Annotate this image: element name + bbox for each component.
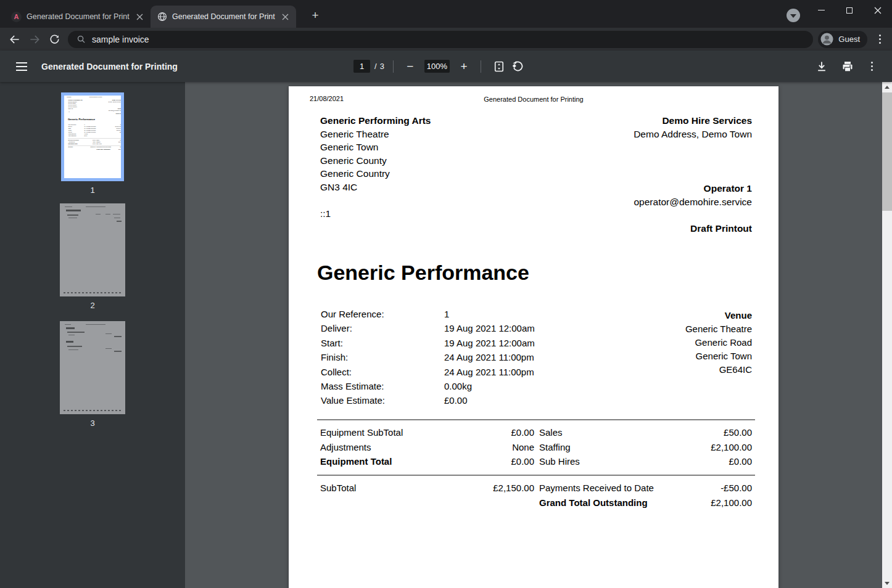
tab-1[interactable]: A Generated Document for Printing xyxy=(5,6,151,28)
detail-row: Start:19 Aug 2021 12:00am xyxy=(321,338,535,352)
draft-status: Draft Printout xyxy=(690,222,752,235)
globe-icon xyxy=(157,12,167,22)
media-controls-button[interactable] xyxy=(787,9,800,22)
client-address-line: Generic Theatre xyxy=(320,128,431,141)
back-arrow-icon xyxy=(9,33,21,46)
scroll-up-button[interactable] xyxy=(882,82,892,92)
barcode xyxy=(67,181,124,181)
sidebar-toggle-button[interactable] xyxy=(9,54,34,79)
detail-row: Our Reference:1 xyxy=(321,309,535,323)
tab-close-button[interactable] xyxy=(280,12,290,22)
zoom-out-button[interactable]: − xyxy=(402,59,418,75)
forward-arrow-icon xyxy=(28,33,41,46)
page-separator: / xyxy=(374,62,377,71)
fit-page-icon xyxy=(493,60,505,73)
tab-title: Generated Document for Printing xyxy=(172,12,275,21)
operator-block: Operator 1 operator@demohire.service xyxy=(634,182,753,208)
client-block: Generic Performing Arts Generic Theatre … xyxy=(320,114,431,194)
fit-to-page-button[interactable] xyxy=(490,57,508,76)
divider xyxy=(393,60,394,73)
detail-row: Collect:24 Aug 2021 11:00pm xyxy=(321,367,535,381)
rotate-button[interactable] xyxy=(508,57,527,76)
page-count: 3 xyxy=(380,62,384,71)
venue-line: Generic Town xyxy=(685,349,752,363)
vertical-scrollbar[interactable] xyxy=(882,82,892,588)
window-minimize-button[interactable] xyxy=(807,0,835,20)
triangle-up-icon xyxy=(885,86,890,89)
address-text[interactable]: sample invoice xyxy=(92,35,149,44)
client-ip: ::1 xyxy=(320,208,331,219)
tab-strip: A Generated Document for Printing Genera… xyxy=(0,0,892,28)
print-button[interactable] xyxy=(838,57,857,76)
supplier-address: Demo Address, Demo Town xyxy=(634,128,752,141)
venue-block: Venue Generic Theatre Generic Road Gener… xyxy=(115,124,124,133)
search-icon xyxy=(76,35,86,44)
zoom-level[interactable]: 100% xyxy=(424,60,450,73)
thumbnail-label: 3 xyxy=(90,419,94,428)
totals-row: Equipment SubTotal£0.00 xyxy=(320,427,534,442)
zoom-in-button[interactable]: + xyxy=(456,59,472,75)
supplier-block: Demo Hire Services Demo Address, Demo To… xyxy=(109,99,124,103)
scrollbar-thumb[interactable] xyxy=(882,92,892,211)
close-icon xyxy=(282,14,289,20)
client-name: Generic Performing Arts xyxy=(320,114,431,128)
pdf-menu-button[interactable] xyxy=(864,59,879,74)
pdf-toolbar: Generated Document for Printing / 3 − 10… xyxy=(0,51,892,82)
tab-2-active[interactable]: Generated Document for Printing xyxy=(151,6,296,28)
venue-heading: Venue xyxy=(685,309,752,322)
pdf-document-title: Generated Document for Printing xyxy=(41,62,178,71)
forward-button[interactable] xyxy=(25,30,44,49)
thumbnail-1[interactable]: 21/08/2021 Generated Document for Printi… xyxy=(61,92,124,195)
window-close-button[interactable] xyxy=(864,0,892,20)
omnibox[interactable]: sample invoice xyxy=(68,31,813,48)
download-button[interactable] xyxy=(812,57,831,76)
totals-row: Equipment Total£0.00 xyxy=(320,456,534,471)
thumbnail-page-preview[interactable] xyxy=(60,321,125,414)
print-icon xyxy=(841,60,854,73)
client-postcode: GN3 4IC xyxy=(320,181,431,194)
operator-name: Operator 1 xyxy=(634,182,753,195)
venue-block: Venue Generic Theatre Generic Road Gener… xyxy=(685,309,752,377)
thumbnails-sidebar: 21/08/2021 Generated Document for Printi… xyxy=(0,82,185,588)
close-icon xyxy=(874,7,882,14)
detail-row: Finish:24 Aug 2021 11:00pm xyxy=(321,352,535,366)
thumbnail-3[interactable]: 3 xyxy=(60,321,125,428)
subtotal-row: SubTotal£2,150.00 xyxy=(320,483,534,497)
back-button[interactable] xyxy=(5,30,25,49)
window-maximize-button[interactable] xyxy=(835,0,864,20)
tab-close-button[interactable] xyxy=(134,12,144,22)
pdf-viewer[interactable]: 21/08/2021 Generated Document for Printi… xyxy=(185,82,892,588)
hamburger-icon xyxy=(16,62,27,63)
download-icon xyxy=(816,60,828,73)
triangle-down-icon xyxy=(885,582,890,585)
document-header-title: Generated Document for Printing xyxy=(64,97,124,98)
grand-total-row: Grand Total Outstanding£2,100.00 xyxy=(539,497,752,512)
chevron-down-icon xyxy=(790,14,796,18)
venue-postcode: GE64IC xyxy=(685,363,752,377)
client-block: Generic Performing Arts Generic Theatre … xyxy=(68,99,83,110)
reload-icon xyxy=(49,33,60,45)
details-block: Our Reference:1 Deliver:19 Aug 2021 12:0… xyxy=(68,124,96,137)
client-address-line: Generic County xyxy=(320,154,431,168)
browser-menu-button[interactable] xyxy=(872,32,887,47)
scroll-down-button[interactable] xyxy=(882,578,892,588)
kebab-icon xyxy=(871,62,873,63)
grand-total-block: Payments Received to Date-£50.00 Grand T… xyxy=(539,483,752,512)
document-page: 21/08/2021 Generated Document for Printi… xyxy=(289,86,778,588)
detail-row: Deliver:19 Aug 2021 12:00am xyxy=(321,323,535,337)
new-tab-button[interactable]: + xyxy=(307,7,323,23)
totals-row: Sub Hires£0.00 xyxy=(539,456,752,471)
thumbnail-page-preview[interactable]: 21/08/2021 Generated Document for Printi… xyxy=(61,92,124,181)
thumbnail-page-preview[interactable] xyxy=(60,203,125,296)
venue-line: Generic Theatre xyxy=(685,322,752,336)
reload-button[interactable] xyxy=(44,30,64,49)
document-header-title: Generated Document for Printing xyxy=(289,96,778,103)
payments-row: Payments Received to Date-£50.00 xyxy=(539,483,752,497)
thumbnail-label: 1 xyxy=(90,186,94,195)
tab-title: Generated Document for Printing xyxy=(27,12,130,21)
thumbnail-2[interactable]: 2 xyxy=(60,203,125,310)
page-number-input[interactable] xyxy=(353,60,370,73)
profile-button[interactable]: Guest xyxy=(818,31,867,48)
venue-line: Generic Road xyxy=(685,336,752,349)
totals-row: Sales£50.00 xyxy=(539,427,752,442)
